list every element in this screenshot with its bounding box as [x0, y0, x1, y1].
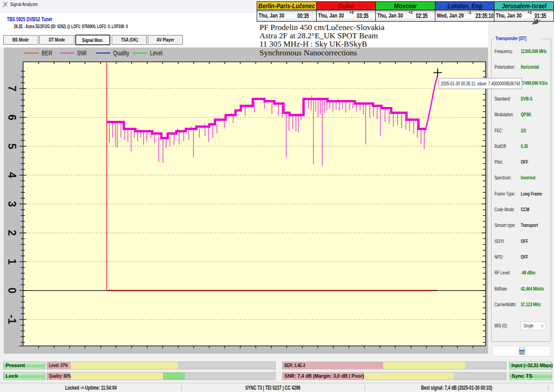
svg-text:Quality: Quality	[113, 49, 129, 57]
svg-text:5: 5	[6, 143, 18, 149]
svg-text:-1: -1	[6, 315, 18, 324]
svg-text:SNR: SNR	[77, 49, 87, 57]
svg-text:Level: Level	[150, 49, 163, 57]
svg-text:6: 6	[6, 114, 18, 120]
svg-text:3: 3	[6, 201, 18, 207]
svg-text:2: 2	[6, 230, 18, 236]
svg-text:4: 4	[6, 172, 18, 178]
svg-text:7: 7	[6, 86, 18, 92]
svg-text:BER: BER	[42, 49, 52, 57]
svg-text:1: 1	[6, 259, 18, 265]
svg-text:0: 0	[6, 288, 18, 294]
